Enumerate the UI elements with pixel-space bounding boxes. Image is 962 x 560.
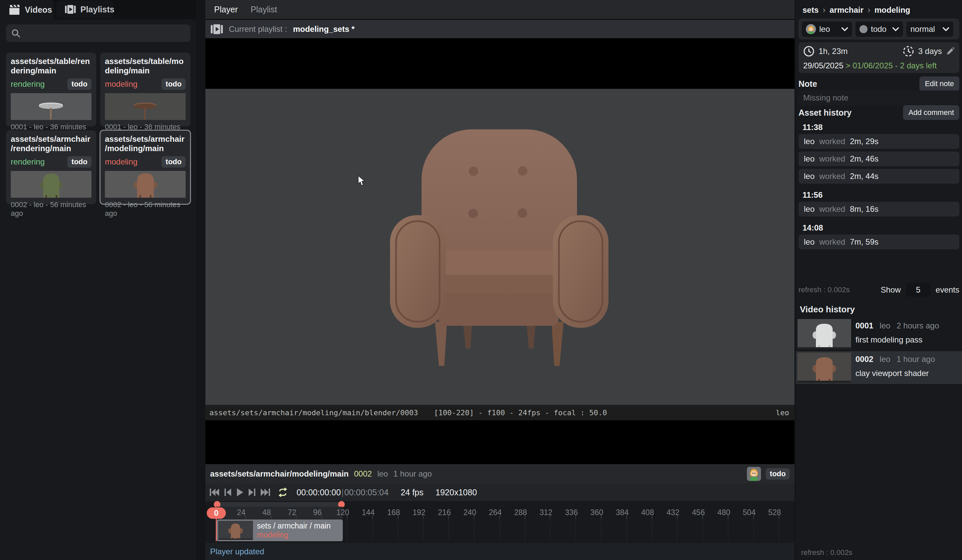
version-comment: first modeling pass [855,335,939,344]
playhead[interactable]: 0 [207,507,226,519]
priority-value: normal [910,24,935,34]
history-row[interactable]: leo worked 2m, 44s [799,169,959,184]
video-history-entry[interactable]: 0001 leo 2 hours ago first modeling pass [796,318,962,350]
chevron-down-icon [943,27,949,31]
tab-player[interactable]: Player [214,5,238,15]
breadcrumb: sets › armchair › modeling [802,5,910,15]
history-user: leo [804,237,815,247]
skip-end-button[interactable] [260,488,270,497]
card-status-badge: todo [67,78,92,90]
history-group-time: 14:08 [802,223,823,232]
timeline-clip[interactable]: sets / armchair / main modeling [217,520,343,541]
card-thumbnail[interactable] [105,171,186,198]
breadcrumb-sets[interactable]: sets [802,5,818,15]
version-author: leo [880,321,890,330]
video-card[interactable]: assets/sets/table/rendering/main renderi… [6,53,96,126]
video-frame[interactable]: assets/sets/armchair/modeling/main/blend… [205,38,794,464]
table-thumb-light [11,93,91,120]
asset-history-title: Asset history [799,108,851,118]
clip-thumbnail [218,521,253,540]
clip-task: modeling [257,531,331,539]
version-thumbnail [797,319,851,349]
tab-videos-label: Videos [25,5,52,15]
card-title: assets/sets/armchair/rendering/main [11,134,92,153]
video-card-selected[interactable]: assets/sets/armchair/modeling/main model… [100,131,190,204]
play-button[interactable] [236,488,244,497]
card-status-badge: todo [161,156,186,168]
clapperboard-icon [9,5,20,15]
video-path: assets/sets/armchair/modeling/main [210,469,349,479]
version-comment: clay viewport shader [855,369,935,378]
tab-playlists[interactable]: Playlists [56,1,113,18]
tab-videos[interactable]: Videos [0,0,53,19]
history-duration: 2m, 29s [850,137,878,146]
edit-note-button[interactable]: Edit note [920,76,959,91]
search-input[interactable] [6,24,190,42]
current-playlist-name[interactable]: modeling_sets * [293,24,355,34]
edit-pencil-icon[interactable] [946,47,955,56]
playlist-icon [65,5,76,14]
priority-select[interactable]: normal [906,21,953,37]
version-ago: 2 hours ago [897,321,939,330]
video-author: leo [377,469,388,479]
history-user: leo [804,205,815,214]
assignee-select[interactable]: leo [802,21,852,37]
add-comment-button[interactable]: Add comment [903,105,959,120]
history-row[interactable]: leo worked 2m, 46s [799,152,959,166]
note-field[interactable]: Missing note [799,90,959,105]
time-spent-value: 1h, 23m [818,47,848,56]
player-status-message: Player updated [210,547,264,556]
stamp-artist: leo [776,408,789,417]
history-user: leo [804,171,815,181]
previous-frame-button[interactable] [224,488,232,497]
stamp-settings: [100-220] - f100 - 24fps - focal : 50.0 [434,408,607,417]
skip-start-button[interactable] [210,488,220,497]
status-value: todo [871,24,887,34]
loop-toggle[interactable] [278,487,288,497]
date-arrow: > [846,61,851,70]
video-card[interactable]: assets/sets/table/modeling/main modeling… [100,53,190,126]
assignee-value: leo [819,24,830,34]
video-status-badge[interactable]: todo [766,468,790,479]
next-frame-button[interactable] [248,488,256,497]
in-out-range-slider[interactable] [216,502,343,507]
history-duration: 7m, 59s [850,237,878,247]
history-user: leo [804,154,815,163]
due-date: 01/06/2025 - 2 days left [852,61,936,70]
card-meta: 0002 - leo - 56 minutes ago [11,200,92,218]
card-status-badge: todo [161,78,186,90]
chevron-right-icon: › [823,5,826,15]
timeline[interactable]: 2448729612014416819221624026428831233636… [205,501,794,543]
breadcrumb-armchair[interactable]: armchair [830,5,864,15]
events-count-input[interactable]: 5 [906,283,930,297]
tab-playlist[interactable]: Playlist [251,5,277,15]
video-card[interactable]: assets/sets/armchair/rendering/main rend… [6,131,96,204]
history-action: worked [819,205,845,214]
player-tabs: Player Playlist [205,0,794,19]
card-task-status: modeling [105,157,137,166]
breadcrumb-modeling[interactable]: modeling [875,5,910,15]
ruler-ticks [220,515,789,519]
status-select[interactable]: todo [855,21,903,37]
history-user: leo [804,137,815,146]
history-duration: 2m, 46s [850,154,878,163]
video-history-entry-selected[interactable]: 0002 leo 1 hour ago clay viewport shader [796,351,962,384]
player-status-bar: Player updated [205,543,794,560]
video-version: 0002 [354,469,372,479]
card-thumbnail[interactable] [105,93,186,120]
card-thumbnail[interactable] [11,171,92,198]
viewport-render [205,89,794,405]
armchair-thumb-brown [105,171,185,198]
card-thumbnail[interactable] [11,93,92,120]
review-app: Videos Playlists assets/sets/table/rende… [0,0,962,560]
history-row[interactable]: leo worked 2m, 29s [799,134,959,149]
history-action: worked [819,171,845,181]
chevron-down-icon [841,27,848,31]
card-task-status: rendering [11,79,45,89]
history-row[interactable]: leo worked 7m, 59s [799,235,959,249]
stamp-path: assets/sets/armchair/modeling/main/blend… [210,408,418,417]
history-row[interactable]: leo worked 8m, 16s [799,202,959,216]
fps-indicator: 24 fps [401,487,423,497]
card-status-badge: todo [67,156,92,168]
avatar[interactable] [747,467,761,481]
